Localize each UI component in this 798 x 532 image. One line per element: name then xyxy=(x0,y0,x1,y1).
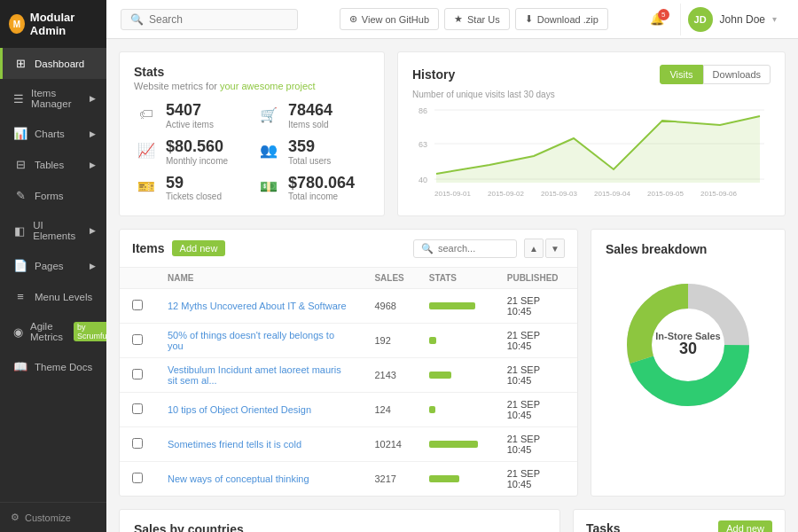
stats-subtitle-link[interactable]: your awesome project xyxy=(220,81,316,91)
svg-text:2015-09-01: 2015-09-01 xyxy=(434,190,471,198)
stat-value-items-sold: 78464 xyxy=(288,102,332,120)
star-us-button[interactable]: ★ Star Us xyxy=(444,8,510,30)
sidebar-icon-theme-docs: 📖 xyxy=(13,360,27,373)
add-new-item-button[interactable]: Add new xyxy=(172,240,226,256)
sidebar-label-charts: Charts xyxy=(35,129,65,139)
chart-label: Number of unique visits last 30 days xyxy=(412,90,771,99)
sidebar-icon-agile-metrics: ◉ xyxy=(13,325,23,339)
item-link-2[interactable]: Vestibulum Incidunt amet laoreet mauris … xyxy=(168,364,341,386)
svg-text:63: 63 xyxy=(419,140,427,149)
sidebar-label-tables: Tables xyxy=(35,160,64,170)
stats-bar-5 xyxy=(429,475,482,482)
item-link-3[interactable]: 10 tips of Object Oriented Design xyxy=(168,404,311,415)
sidebar-label-items-manager: Items Manager xyxy=(31,88,82,109)
download-button[interactable]: ⬇ Download .zip xyxy=(515,8,608,30)
row-checkbox-4[interactable] xyxy=(132,438,143,449)
items-header: Items Add new 🔍 ▲ ▼ xyxy=(120,230,577,268)
published-2: 21 SEP 10:45 xyxy=(495,358,577,393)
stats-grid: 🏷 5407 Active items 🛒 78464 Items sold 📈… xyxy=(134,102,370,201)
search-icon-small: 🔍 xyxy=(421,243,434,254)
star-icon: ★ xyxy=(454,13,463,25)
logo-icon: M xyxy=(9,14,25,34)
view-github-button[interactable]: ⊛ View on GitHub xyxy=(340,8,439,30)
item-link-4[interactable]: Sometimes friend tells it is cold xyxy=(168,439,301,450)
sidebar-item-dashboard[interactable]: ⊞ Dashboard xyxy=(0,48,106,79)
items-search[interactable]: 🔍 xyxy=(413,239,517,258)
stat-item-total-income: 💵 $780.064 Total income xyxy=(256,175,370,202)
chevron-icon-tables: ▶ xyxy=(90,160,96,169)
sidebar-nav: ⊞ Dashboard ☰ Items Manager ▶ 📊 Charts ▶… xyxy=(0,48,106,502)
table-row[interactable]: Vestibulum Incidunt amet laoreet mauris … xyxy=(120,358,577,393)
user-name: John Doe xyxy=(720,13,765,26)
stat-value-monthly-income: $80.560 xyxy=(166,138,228,156)
sidebar-logo[interactable]: M Modular Admin xyxy=(0,0,106,48)
main-area: 🔍 ⊛ View on GitHub ★ Star Us ⬇ Download … xyxy=(106,0,798,532)
history-card: History Visits Downloads Number of uniqu… xyxy=(397,51,786,216)
stat-value-total-income: $780.064 xyxy=(288,175,355,192)
gear-icon: ⚙ xyxy=(11,512,20,523)
item-link-5[interactable]: New ways of conceptual thinking xyxy=(168,473,309,484)
item-link-0[interactable]: 12 Myths Uncovered About IT & Software xyxy=(168,301,347,311)
table-row[interactable]: 10 tips of Object Oriented Design 124 21… xyxy=(120,393,577,427)
notifications-icon[interactable]: 🔔 5 xyxy=(650,12,664,26)
table-row[interactable]: 12 Myths Uncovered About IT & Software 4… xyxy=(120,289,577,324)
stats-subtitle: Website metrics for your awesome project xyxy=(134,81,370,91)
tasks-header: Tasks Add new xyxy=(586,520,772,532)
history-title: History xyxy=(412,67,455,82)
stat-item-tickets-closed: 🎫 59 Tickets closed xyxy=(134,175,247,202)
stat-icon-items-sold: 🛒 xyxy=(256,102,281,127)
table-row[interactable]: Sometimes friend tells it is cold 10214 … xyxy=(120,427,577,462)
chart-container: 86 63 40 2015-09-01 2015-09-02 xyxy=(412,103,771,203)
stats-bar-1 xyxy=(429,337,482,344)
stat-value-total-users: 359 xyxy=(288,138,331,156)
tab-visits[interactable]: Visits xyxy=(660,65,702,84)
svg-text:86: 86 xyxy=(419,106,427,115)
sidebar-item-menu-levels[interactable]: ≡ Menu Levels xyxy=(0,281,106,312)
sidebar-item-charts[interactable]: 📊 Charts ▶ xyxy=(0,118,106,149)
sidebar-label-agile-metrics: Agile Metrics xyxy=(30,321,63,342)
row-checkbox-1[interactable] xyxy=(132,334,143,345)
chevron-icon-charts: ▶ xyxy=(90,129,96,138)
sidebar-item-tables[interactable]: ⊟ Tables ▶ xyxy=(0,149,106,180)
history-chart: 86 63 40 2015-09-01 2015-09-02 xyxy=(412,103,771,200)
row-checkbox-0[interactable] xyxy=(132,300,143,310)
col-stats: Stats xyxy=(417,268,495,289)
row-stats-history: Stats Website metrics for your awesome p… xyxy=(119,51,786,216)
sidebar-icon-menu-levels: ≡ xyxy=(13,290,27,303)
avatar: JD xyxy=(688,7,713,32)
sidebar-item-agile-metrics[interactable]: ◉ Agile Metrics by Scrumful xyxy=(0,312,106,351)
search-input[interactable] xyxy=(149,13,288,26)
sidebar-item-forms[interactable]: ✎ Forms xyxy=(0,180,106,211)
row-checkbox-5[interactable] xyxy=(132,473,143,483)
customize-button[interactable]: ⚙ Customize xyxy=(0,502,106,532)
sidebar-item-theme-docs[interactable]: 📖 Theme Docs xyxy=(0,351,106,382)
logo-text: Modular Admin xyxy=(30,11,98,37)
items-search-input[interactable] xyxy=(438,243,509,254)
add-new-task-button[interactable]: Add new xyxy=(718,520,772,532)
history-header: History Visits Downloads xyxy=(412,65,771,84)
table-row[interactable]: 50% of things doesn't really belongs to … xyxy=(120,324,577,358)
search-box[interactable]: 🔍 xyxy=(121,9,298,30)
items-table-body: 12 Myths Uncovered About IT & Software 4… xyxy=(120,289,577,497)
sort-up-button[interactable]: ▲ xyxy=(524,239,544,258)
sidebar-label-ui-elements: UI Elements xyxy=(33,220,82,241)
stat-icon-tickets-closed: 🎫 xyxy=(134,175,159,200)
row-checkbox-2[interactable] xyxy=(132,369,143,379)
user-area[interactable]: JD John Doe ▾ xyxy=(680,4,784,35)
sales-breakdown-title: Sales breakdown xyxy=(606,242,771,256)
sidebar-item-items-manager[interactable]: ☰ Items Manager ▶ xyxy=(0,79,106,118)
notification-badge: 5 xyxy=(658,9,669,20)
sidebar-icon-items-manager: ☰ xyxy=(13,92,24,106)
col-published: Published xyxy=(495,268,577,289)
sidebar-item-pages[interactable]: 📄 Pages ▶ xyxy=(0,250,106,281)
stat-value-active-items: 5407 xyxy=(166,102,214,120)
tab-downloads[interactable]: Downloads xyxy=(703,65,771,84)
table-row[interactable]: New ways of conceptual thinking 3217 21 … xyxy=(120,462,577,497)
sidebar-item-ui-elements[interactable]: ◧ UI Elements ▶ xyxy=(0,211,106,250)
item-link-1[interactable]: 50% of things doesn't really belongs to … xyxy=(168,330,334,351)
svg-text:40: 40 xyxy=(419,176,427,184)
stats-bar-4 xyxy=(429,441,482,448)
sort-down-button[interactable]: ▼ xyxy=(545,239,565,258)
row-checkbox-3[interactable] xyxy=(132,403,143,414)
stat-label-active-items: Active items xyxy=(166,120,214,129)
